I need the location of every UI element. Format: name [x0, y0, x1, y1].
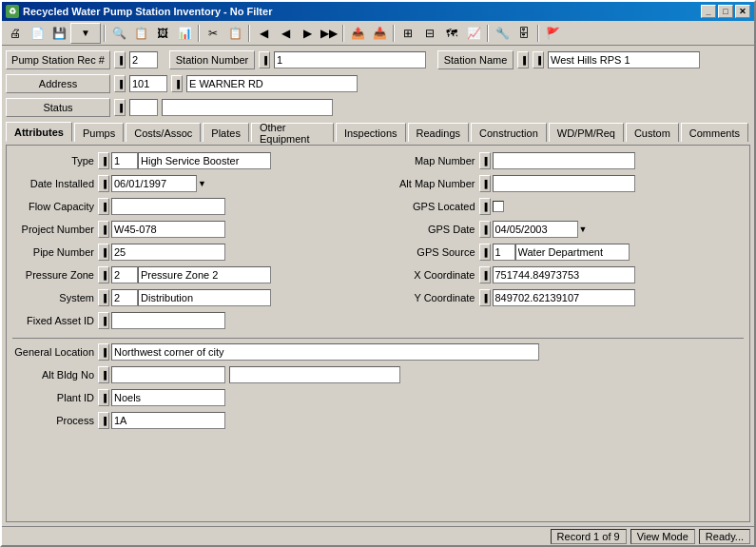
toolbar-prev[interactable]: ◀ — [253, 23, 274, 44]
main-content: Pump Station Rec # ▐ Station Number ▐ St… — [2, 46, 754, 526]
alt-map-number-unlock[interactable]: ▐ — [479, 175, 491, 192]
view-mode-indicator: View Mode — [630, 529, 695, 544]
status-num-input[interactable] — [129, 99, 158, 116]
map-number-unlock[interactable]: ▐ — [479, 152, 491, 169]
gps-source-value[interactable] — [515, 244, 630, 261]
toolbar-export[interactable]: 📤 — [347, 23, 368, 44]
toolbar-filter-dropdown[interactable]: ▼ — [70, 23, 101, 44]
fixed-asset-unlock[interactable]: ▐ — [98, 312, 109, 329]
system-value[interactable] — [138, 289, 271, 306]
gps-source-unlock[interactable]: ▐ — [479, 244, 491, 261]
gps-date-dropdown[interactable]: ▼ — [579, 225, 588, 234]
toolbar-next2[interactable]: ▶▶ — [319, 23, 339, 44]
pipe-number-input[interactable] — [111, 244, 225, 261]
process-input[interactable] — [111, 412, 225, 429]
toolbar-chart[interactable]: 📈 — [463, 23, 484, 44]
fixed-asset-id-input[interactable] — [111, 312, 225, 329]
type-unlock[interactable]: ▐ — [98, 152, 109, 169]
date-installed-input[interactable] — [111, 175, 197, 192]
system-unlock[interactable]: ▐ — [98, 289, 109, 306]
station-name-unlock[interactable]: ▐ — [517, 51, 529, 68]
toolbar-btn4[interactable]: 📊 — [174, 23, 195, 44]
toolbar-map[interactable]: 🗺 — [441, 23, 462, 44]
toolbar-prev2[interactable]: ◀ — [275, 23, 296, 44]
tab-costs[interactable]: Costs/Assoc — [126, 123, 201, 142]
tab-readings[interactable]: Readings — [408, 123, 469, 142]
pipe-number-unlock[interactable]: ▐ — [98, 244, 109, 261]
gps-located-checkbox[interactable] — [493, 201, 504, 212]
gps-date-unlock[interactable]: ▐ — [479, 221, 491, 238]
flow-capacity-input[interactable] — [111, 198, 225, 215]
toolbar-new[interactable]: 📄 — [27, 23, 48, 44]
x-coordinate-input[interactable] — [493, 266, 635, 283]
toolbar-db[interactable]: 🗄 — [514, 23, 534, 44]
pump-station-unlock[interactable]: ▐ — [114, 51, 126, 68]
type-num-input[interactable] — [111, 152, 138, 169]
tab-construction[interactable]: Construction — [471, 123, 547, 142]
tab-pumps[interactable]: Pumps — [74, 123, 124, 142]
alt-bldg-input[interactable] — [111, 366, 225, 383]
toolbar-btn2[interactable]: 📋 — [130, 23, 151, 44]
x-coordinate-unlock[interactable]: ▐ — [479, 266, 491, 283]
date-unlock[interactable]: ▐ — [98, 175, 109, 192]
y-coordinate-input[interactable] — [493, 289, 635, 306]
address-num-input[interactable] — [129, 75, 167, 92]
gps-located-unlock[interactable]: ▐ — [479, 198, 491, 215]
tab-custom[interactable]: Custom — [626, 123, 679, 142]
toolbar-print[interactable]: 🖨 — [5, 23, 26, 44]
map-number-input[interactable] — [493, 152, 635, 169]
address-street-input[interactable] — [186, 75, 358, 92]
process-unlock[interactable]: ▐ — [98, 412, 109, 429]
tab-other[interactable]: Other Equipment — [251, 123, 334, 142]
toolbar-grid1[interactable]: ⊞ — [397, 23, 418, 44]
tab-inspections[interactable]: Inspections — [336, 123, 406, 142]
toolbar-grid2[interactable]: ⊟ — [419, 23, 440, 44]
alt-map-number-input[interactable] — [493, 175, 635, 192]
status-text-input[interactable] — [162, 99, 333, 116]
minimize-button[interactable]: _ — [701, 5, 716, 18]
y-coordinate-unlock[interactable]: ▐ — [479, 289, 491, 306]
date-dropdown-arrow[interactable]: ▼ — [198, 179, 206, 188]
maximize-button[interactable]: □ — [718, 5, 733, 18]
alt-bldg-unlock[interactable]: ▐ — [98, 366, 109, 383]
toolbar-save[interactable]: 💾 — [48, 23, 69, 44]
system-num[interactable] — [111, 289, 138, 306]
toolbar-copy[interactable]: 📋 — [224, 23, 245, 44]
alt-bldg-input2[interactable] — [229, 366, 400, 383]
gps-date-label: GPS Date — [384, 224, 479, 235]
tab-plates[interactable]: Plates — [203, 123, 249, 142]
toolbar-cut[interactable]: ✂ — [203, 23, 223, 44]
station-number-input[interactable] — [274, 51, 426, 68]
close-button[interactable]: ✕ — [735, 5, 750, 18]
tab-comments[interactable]: Comments — [681, 123, 748, 142]
type-value-input[interactable] — [138, 152, 271, 169]
station-number-unlock[interactable]: ▐ — [259, 51, 270, 68]
pump-station-rec-input[interactable] — [129, 51, 158, 68]
pressure-zone-num[interactable] — [111, 266, 138, 283]
flow-capacity-unlock[interactable]: ▐ — [98, 198, 109, 215]
station-name-input[interactable] — [548, 51, 700, 68]
toolbar-import[interactable]: 📥 — [369, 23, 390, 44]
toolbar-tools[interactable]: 🔧 — [492, 23, 513, 44]
toolbar-next[interactable]: ▶ — [297, 23, 318, 44]
status-label: Status — [6, 98, 110, 117]
pressure-zone-unlock[interactable]: ▐ — [98, 266, 109, 283]
plant-id-unlock[interactable]: ▐ — [98, 389, 109, 406]
project-number-unlock[interactable]: ▐ — [98, 221, 109, 238]
general-location-input[interactable] — [111, 343, 539, 361]
gps-date-input[interactable] — [493, 221, 578, 238]
pressure-zone-value[interactable] — [138, 266, 271, 283]
toolbar-btn1[interactable]: 🔍 — [108, 23, 129, 44]
toolbar-flag[interactable]: 🚩 — [542, 23, 563, 44]
general-location-unlock[interactable]: ▐ — [98, 343, 109, 361]
gps-source-num[interactable] — [493, 244, 515, 261]
station-name-unlock2[interactable]: ▐ — [533, 51, 544, 68]
address-unlock[interactable]: ▐ — [114, 75, 126, 92]
project-number-input[interactable] — [111, 221, 225, 238]
status-unlock[interactable]: ▐ — [114, 99, 126, 116]
address-unlock2[interactable]: ▐ — [171, 75, 183, 92]
toolbar-btn3[interactable]: 🖼 — [152, 23, 173, 44]
tab-wdpm[interactable]: WD/PM/Req — [549, 123, 624, 142]
tab-attributes[interactable]: Attributes — [6, 122, 72, 142]
plant-id-input[interactable] — [111, 389, 225, 406]
